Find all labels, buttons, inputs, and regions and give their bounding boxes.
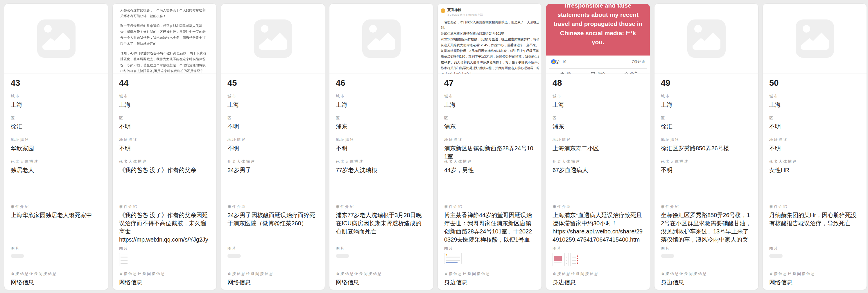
field-district: 区 不明 xyxy=(119,115,210,137)
image-placeholder xyxy=(763,4,867,74)
card-media xyxy=(330,4,433,74)
field-label-district: 区 xyxy=(769,115,860,121)
field-district: 区 浦东 xyxy=(553,115,644,137)
image-thumbnail[interactable] xyxy=(661,254,674,258)
card-media xyxy=(4,4,108,74)
field-label-district: 区 xyxy=(11,115,102,121)
field-label-deceased: 死者大体描述 xyxy=(553,159,644,164)
field-label-district: 区 xyxy=(661,115,752,121)
image-thumbnail[interactable] xyxy=(564,253,569,266)
comment-button[interactable]: 评论 xyxy=(582,68,614,74)
field-label-image: 图片 xyxy=(661,246,752,251)
like-reaction-icon: 👍 xyxy=(551,59,556,64)
share-button[interactable]: 分享 xyxy=(614,68,647,74)
image-placeholder-icon xyxy=(362,20,401,58)
reaction-count: 19 xyxy=(562,60,566,64)
field-label-image: 图片 xyxy=(444,246,535,251)
field-city: 城市 上海 xyxy=(444,94,535,115)
case-card[interactable]: 46 城市 上海 区 浦东 地址描述 不明 死者大体描述 77岁老人沈瑞根 事件… xyxy=(329,3,433,290)
image-thumbnail[interactable] xyxy=(769,254,783,258)
field-label-event: 事件介绍 xyxy=(11,204,102,209)
field-label-district: 区 xyxy=(336,115,427,121)
field-value-direct: 身边信息 xyxy=(553,278,644,286)
field-address: 地址描述 不明 xyxy=(227,137,318,159)
field-address: 地址描述 不明 xyxy=(769,137,860,159)
case-card[interactable]: 茶香禅静 4-2 02:31 来自 iPhone客户端 一名志愿者，昨日我投入路… xyxy=(437,3,542,290)
field-label-district: 区 xyxy=(227,115,318,121)
image-thumbnail[interactable] xyxy=(227,254,241,258)
image-thumbnail[interactable] xyxy=(11,254,24,258)
cards-row: 43 城市 上海 区 徐汇 地址描述 华欣家园 死者大体描述 独居老人 事件介绍… xyxy=(0,0,868,293)
field-value-direct: 身边信息 xyxy=(444,278,535,286)
image-thumbnail[interactable] xyxy=(336,254,349,258)
card-fields: 47 城市 上海 区 浦东 地址描述 浦东新区唐镇创新西路28弄24号101室 … xyxy=(438,74,541,290)
field-label-image: 图片 xyxy=(227,246,318,251)
case-card[interactable]: Irresponsible and false statements about… xyxy=(546,3,650,290)
image-placeholder-icon xyxy=(37,20,75,58)
field-address: 地址描述 华欣家园 xyxy=(11,137,102,159)
attachment-thumbnails xyxy=(119,253,210,267)
field-label-deceased: 死者大体描述 xyxy=(227,159,318,164)
field-district: 区 不明 xyxy=(769,115,860,137)
field-label-city: 城市 xyxy=(336,94,427,99)
field-label-address: 地址描述 xyxy=(769,137,860,142)
field-value-district: 浦东 xyxy=(553,122,644,130)
field-label-district: 区 xyxy=(444,115,535,121)
card-media: 茶香禅静 4-2 02:31 来自 iPhone客户端 一名志愿者，昨日我投入路… xyxy=(438,4,541,74)
image-thumbnail[interactable] xyxy=(570,253,579,266)
field-deceased: 死者大体描述 77岁老人沈瑞根 xyxy=(336,159,427,204)
field-label-city: 城市 xyxy=(444,94,535,99)
field-direct: 直接信息还是间接信息 身边信息 xyxy=(553,271,644,286)
card-media xyxy=(221,4,325,74)
field-city: 城市 上海 xyxy=(227,94,318,115)
comments-count[interactable]: 7条评论 xyxy=(632,59,645,64)
field-value-deceased: 77岁老人沈瑞根 xyxy=(336,166,427,174)
attachment-thumbnails xyxy=(661,253,752,267)
field-value-district: 浦东 xyxy=(336,122,427,130)
field-label-event: 事件介绍 xyxy=(227,204,318,209)
field-deceased: 死者大体描述 女性HR xyxy=(769,159,860,204)
field-image: 图片 xyxy=(11,246,102,271)
card-media xyxy=(654,4,758,74)
like-button[interactable]: 赞 xyxy=(549,68,582,74)
field-label-deceased: 死者大体描述 xyxy=(11,159,102,164)
field-value-city: 上海 xyxy=(553,100,644,109)
field-event: 事件介绍 上海浦东*血透病人延误治疗致死且遗体滞留家中约30小时！ https:… xyxy=(553,204,644,246)
field-value-direct: 网络信息 xyxy=(227,278,318,286)
field-label-event: 事件介绍 xyxy=(553,204,644,209)
field-direct: 直接信息还是间接信息 网络信息 xyxy=(227,271,318,286)
field-value-address: 不明 xyxy=(336,144,427,152)
field-value-event: 浦东77岁老人沈瑞根于3月28日晚在ICU病房因长期未肾透析造成的心肌衰竭而死亡 xyxy=(336,211,427,235)
facebook-post-screenshot: Irresponsible and false statements about… xyxy=(546,4,650,74)
card-fields: 45 城市 上海 区 不明 地址描述 不明 死者大体描述 24岁男子 事件介绍 … xyxy=(221,74,325,290)
field-value-address: 不明 xyxy=(227,144,318,152)
case-card[interactable]: 45 城市 上海 区 不明 地址描述 不明 死者大体描述 24岁男子 事件介绍 … xyxy=(221,3,325,290)
weibo-post-body: 一名志愿者，昨日我投入路浦西核酸检测的队伍，但是累了一天后晚上接到.哥家住浦东新… xyxy=(441,20,538,74)
field-value-district: 不明 xyxy=(769,122,860,130)
case-card[interactable]: 50 城市 上海 区 不明 地址描述 不明 死者大体描述 女性HR 事件介绍 丹… xyxy=(763,3,867,290)
field-label-direct: 直接信息还是间接信息 xyxy=(11,271,102,276)
case-card[interactable]: 人都没有这样的机会，一个病人需要几十个人的同时帮助和关怀才有可能获得一丝的机会！… xyxy=(113,3,217,290)
facebook-reactions-row: 👍 😮 19 7条评论 xyxy=(546,56,650,68)
image-thumbnail[interactable] xyxy=(553,253,563,266)
field-direct: 直接信息还是间接信息 网络信息 xyxy=(336,271,427,286)
field-value-deceased: 不明 xyxy=(661,166,752,174)
field-city: 城市 上海 xyxy=(661,94,752,115)
field-deceased: 死者大体描述 67岁血透病人 xyxy=(553,159,644,204)
comment-icon xyxy=(591,71,595,74)
weibo-avatar xyxy=(441,8,445,13)
field-value-district: 不明 xyxy=(227,122,318,130)
image-thumbnail[interactable] xyxy=(119,253,129,266)
field-label-event: 事件介绍 xyxy=(661,204,752,209)
field-label-address: 地址描述 xyxy=(336,137,427,142)
record-number: 46 xyxy=(336,78,427,88)
field-image: 图片 xyxy=(119,246,210,271)
case-card[interactable]: 43 城市 上海 区 徐汇 地址描述 华欣家园 死者大体描述 独居老人 事件介绍… xyxy=(4,3,108,290)
card-fields: 48 城市 上海 区 浦东 地址描述 上海浦东寿二小区 死者大体描述 67岁血透… xyxy=(546,74,650,290)
attachment-thumbnails xyxy=(336,253,427,267)
case-card[interactable]: 49 城市 上海 区 徐汇 地址描述 徐汇区罗秀路850弄26号楼 死者大体描述… xyxy=(654,3,758,290)
field-label-deceased: 死者大体描述 xyxy=(769,159,860,164)
thumbs-up-icon xyxy=(560,71,565,74)
image-thumbnail[interactable] xyxy=(444,253,462,264)
field-value-direct: 网络信息 xyxy=(11,278,102,286)
